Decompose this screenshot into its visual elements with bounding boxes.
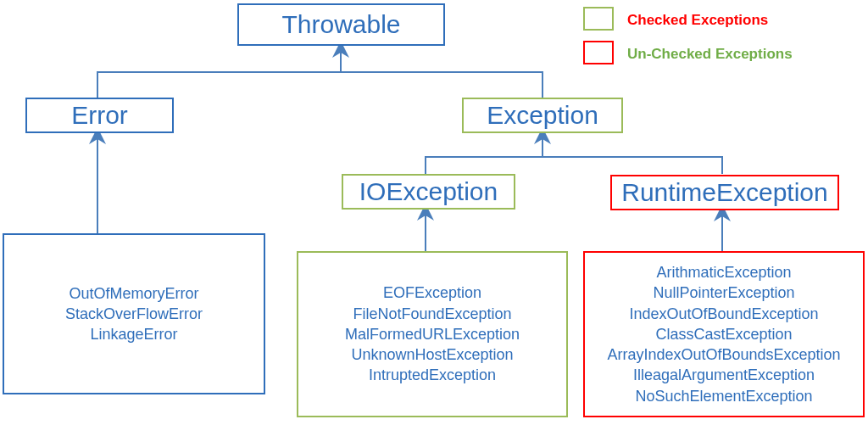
list-item: ClassCastException <box>655 324 792 344</box>
list-item: FileNotFoundException <box>353 304 511 324</box>
node-runtimeexception: RuntimeException <box>610 175 839 210</box>
list-item: NoSuchElementException <box>635 386 812 406</box>
list-ioexceptions: EOFExceptionFileNotFoundExceptionMalForm… <box>297 251 568 417</box>
list-item: MalFormedURLException <box>345 324 520 344</box>
legend-label-checked: Checked Exceptions <box>627 12 768 29</box>
list-item: OutOfMemoryError <box>69 283 198 304</box>
node-throwable: Throwable <box>237 3 445 46</box>
diagram-root: { "legend": { "checked": "Checked Except… <box>0 0 868 425</box>
list-item: ArithmaticException <box>656 262 791 282</box>
list-item: ArrayIndexOutOfBoundsException <box>607 344 840 365</box>
legend-swatch-checked <box>583 7 614 31</box>
list-item: StackOverFlowError <box>65 304 203 324</box>
node-ioexception: IOException <box>342 174 515 210</box>
list-item: IlleagalArgumentException <box>633 365 815 385</box>
list-item: UnknownHostException <box>351 344 513 365</box>
legend-label-unchecked: Un-Checked Exceptions <box>627 46 793 63</box>
legend-swatch-unchecked <box>583 41 614 64</box>
list-item: IndexOutOfBoundException <box>629 304 818 324</box>
list-runtimeexceptions: ArithmaticExceptionNullPointerExceptionI… <box>583 251 865 417</box>
list-item: NullPointerException <box>653 282 794 303</box>
list-item: LinkageError <box>90 324 177 344</box>
node-error: Error <box>25 98 174 133</box>
list-errors: OutOfMemoryErrorStackOverFlowErrorLinkag… <box>3 233 265 394</box>
list-item: EOFException <box>383 282 481 303</box>
node-exception: Exception <box>462 98 623 133</box>
list-item: IntruptedException <box>369 365 496 385</box>
